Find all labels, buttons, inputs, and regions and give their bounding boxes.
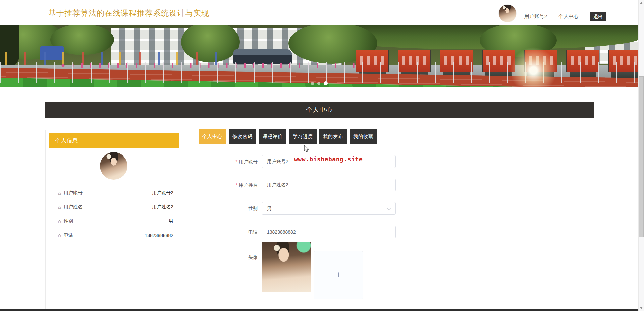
required-asterisk: *: [236, 159, 237, 164]
form-row-phone: 电话: [199, 226, 433, 238]
avatar-upload-box[interactable]: +: [314, 251, 363, 299]
tab-2[interactable]: 课程评价: [259, 129, 286, 144]
avatar-preview-image[interactable]: [262, 242, 311, 292]
form-row-avatar: 头像+: [199, 242, 433, 309]
app-header: 基于推荐算法的在线课程推荐系统设计与实现 用户账号2 个人中心 退出: [0, 0, 638, 26]
scrollbar-down-arrow-icon[interactable]: [640, 307, 643, 309]
personal-info-card: 个人信息 ⌂用户账号用户账号2⌂用户姓名用户姓名2⌂性别男⌂电话13823888…: [45, 130, 182, 309]
scrollbar[interactable]: [638, 0, 644, 311]
field-label-gender: 性别: [199, 202, 258, 215]
gender-select[interactable]: 男: [262, 202, 396, 215]
home-icon: ⌂: [58, 232, 61, 238]
nav-personal-center[interactable]: 个人中心: [558, 13, 579, 20]
info-label: 电话: [64, 232, 73, 238]
info-value: 男: [169, 218, 173, 224]
select-value: 男: [267, 206, 272, 211]
profile-form: www.bishebang.site *用户账号*用户姓名性别男电话头像+: [199, 155, 433, 309]
banner-carousel: [0, 25, 638, 87]
info-value: 用户姓名2: [152, 204, 173, 210]
list-item: ⌂电话13823888882: [54, 228, 173, 242]
field-label-phone: 电话: [199, 226, 258, 238]
tab-0[interactable]: 个人中心: [199, 129, 226, 144]
info-label: 用户账号: [64, 190, 83, 196]
list-item: ⌂性别男: [54, 214, 173, 228]
profile-tabs: 个人中心修改密码课程评价学习进度我的发布我的收藏: [199, 129, 377, 144]
carousel-dot[interactable]: [317, 82, 320, 85]
plus-icon: +: [335, 270, 341, 280]
user-avatar[interactable]: [499, 5, 516, 22]
home-icon: ⌂: [58, 190, 61, 196]
phone-input[interactable]: [262, 226, 396, 238]
tab-4[interactable]: 我的发布: [319, 129, 347, 144]
field-label-account: *用户账号: [199, 155, 258, 168]
form-row-fullname: *用户姓名: [199, 179, 433, 191]
info-label: 用户姓名: [64, 204, 83, 210]
info-value: 13823888882: [145, 233, 173, 238]
form-row-gender: 性别男: [199, 202, 433, 215]
chevron-down-icon: [387, 206, 391, 210]
header-username[interactable]: 用户账号2: [524, 13, 547, 20]
field-label-avatar: 头像: [199, 255, 258, 261]
list-item: ⌂用户账号用户账号2: [54, 186, 173, 200]
banner-sun-flare: [509, 46, 558, 87]
required-asterisk: *: [236, 182, 237, 188]
scrollbar-up-arrow-icon[interactable]: [640, 2, 643, 4]
home-icon: ⌂: [58, 218, 61, 224]
logout-button[interactable]: 退出: [590, 12, 606, 21]
mouse-cursor: [304, 145, 311, 153]
page-title: 个人中心: [45, 102, 594, 118]
carousel-dot[interactable]: [324, 81, 328, 85]
home-icon: ⌂: [58, 204, 61, 210]
list-item: ⌂用户姓名用户姓名2: [54, 200, 173, 214]
carousel-dots: [0, 81, 638, 85]
tab-1[interactable]: 修改密码: [229, 129, 256, 144]
sidebar-info-list: ⌂用户账号用户账号2⌂用户姓名用户姓名2⌂性别男⌂电话13823888882: [54, 186, 173, 242]
watermark-text: www.bishebang.site: [294, 156, 363, 163]
profile-avatar: [100, 152, 127, 180]
carousel-dot[interactable]: [311, 82, 314, 85]
field-label-fullname: *用户姓名: [199, 179, 258, 191]
fullname-input[interactable]: [262, 179, 396, 191]
tab-5[interactable]: 我的收藏: [350, 129, 377, 144]
tab-3[interactable]: 学习进度: [289, 129, 317, 144]
personal-info-title: 个人信息: [49, 133, 179, 148]
info-label: 性别: [64, 218, 73, 224]
scrollbar-thumb[interactable]: [639, 76, 644, 237]
footer-strip: [0, 309, 638, 311]
app-title: 基于推荐算法的在线课程推荐系统设计与实现: [48, 8, 209, 18]
info-value: 用户账号2: [152, 190, 173, 196]
